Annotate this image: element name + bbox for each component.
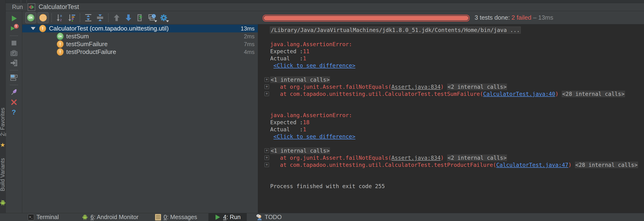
build-variants-label: Build Variants xyxy=(0,158,6,191)
status-duration: – 13ms xyxy=(532,14,554,21)
test-label: testSum xyxy=(66,33,89,40)
fold-expand-icon[interactable]: + xyxy=(264,84,269,89)
console-line: <Click to see difference> xyxy=(270,133,644,140)
mnemonic: 4 xyxy=(223,214,226,220)
test-tree-row-suite[interactable]: CalculatorTest (com.tapadoo.unittesting.… xyxy=(22,24,258,32)
exit-button[interactable] xyxy=(9,58,19,68)
console-text: at org.junit.Assert.failNotEquals( xyxy=(270,84,391,90)
test-duration: 4ms xyxy=(244,49,254,55)
test-label: testSumFailure xyxy=(66,40,108,48)
toolbar-button-todo[interactable]: TODO xyxy=(253,213,285,221)
import-test-results-button[interactable] xyxy=(135,12,146,23)
console-text: ) xyxy=(440,84,444,90)
console-line: +<1 internal calls> xyxy=(270,147,644,154)
show-ignored-toggle[interactable] xyxy=(38,12,48,23)
console-text: 11 xyxy=(303,48,310,54)
label: : Messages xyxy=(167,214,197,220)
pin-tab-button[interactable] xyxy=(9,87,19,97)
svg-text:z: z xyxy=(60,18,62,22)
stack-frame-link[interactable]: CalculatorTest.java:40 xyxy=(483,91,555,97)
fold-expand-icon[interactable]: + xyxy=(264,148,269,153)
next-failed-test-button[interactable] xyxy=(123,12,134,23)
sort-duration-icon xyxy=(68,14,76,22)
android-icon xyxy=(82,214,88,220)
console-line xyxy=(270,98,644,104)
tool-window-bar: >_ Terminal 6: Android Monitor 0: Messag… xyxy=(0,213,644,221)
console-line: /Library/Java/JavaVirtualMachines/jdk1.8… xyxy=(270,26,644,34)
console-output[interactable]: /Library/Java/JavaVirtualMachines/jdk1.8… xyxy=(258,24,644,213)
hide-passed-toggle[interactable]: OK xyxy=(25,12,36,23)
console-text: at com.tapadoo.unittesting.util.Calculat… xyxy=(270,91,483,97)
stack-frame-link[interactable]: Assert.java:834 xyxy=(391,155,440,161)
fold-expand-icon[interactable]: + xyxy=(264,162,269,167)
stripe-button-favorites[interactable]: 2: Favorites xyxy=(0,108,6,136)
sort-alphabetically-button[interactable]: az xyxy=(55,12,65,23)
console-line xyxy=(270,104,644,112)
thread-dump-button[interactable] xyxy=(9,48,19,58)
close-x-icon xyxy=(11,99,17,106)
console-text: <2 internal calls> xyxy=(447,84,507,90)
expand-all-button[interactable] xyxy=(83,12,94,23)
console-line: Actual :1 xyxy=(270,55,644,62)
console-line: Actual :1 xyxy=(270,126,644,133)
separator xyxy=(80,14,80,22)
test-history-button[interactable] xyxy=(147,12,157,23)
expand-triangle-icon[interactable] xyxy=(31,27,36,30)
test-tree: CalculatorTest (com.tapadoo.unittesting.… xyxy=(22,24,258,213)
restore-layout-icon xyxy=(10,74,18,81)
stack-frame-link[interactable]: <Click to see difference> xyxy=(274,62,355,68)
test-progress-bar xyxy=(262,15,470,22)
console-line: java.lang.AssertionError: xyxy=(270,112,644,119)
test-duration: 7ms xyxy=(244,41,254,48)
green-triangle xyxy=(32,5,34,9)
toolbar-button-android-monitor[interactable]: 6: Android Monitor xyxy=(78,213,142,221)
close-button[interactable] xyxy=(9,97,19,107)
window-top-edge xyxy=(6,0,644,3)
test-settings-button[interactable] xyxy=(159,12,169,23)
messages-icon xyxy=(155,214,161,220)
stripe-button-build-variants[interactable]: Build Variants xyxy=(0,158,6,191)
restore-layout-button[interactable] xyxy=(9,73,19,82)
test-status-text: 3 tests done: 2 failed – 13ms xyxy=(474,14,553,21)
console-text xyxy=(558,91,562,97)
status-prefix: 3 tests done: xyxy=(474,14,512,21)
tab-calculatortest[interactable]: CalculatorTest xyxy=(38,3,79,11)
test-tree-row[interactable]: testProductFailure 4ms xyxy=(22,48,258,56)
console-line: <Click to see difference> xyxy=(270,62,644,69)
toolbar-button-messages[interactable]: 0: Messages xyxy=(152,213,200,221)
console-line: Process finished with exit code 255 xyxy=(270,183,644,190)
fold-expand-icon[interactable]: + xyxy=(264,92,269,96)
toolbar-button-run[interactable]: 4: Run xyxy=(208,213,247,221)
console-line: java.lang.AssertionError: xyxy=(270,41,644,48)
console-text: java.lang.AssertionError: xyxy=(270,112,355,118)
todo-icon xyxy=(256,214,262,220)
test-tree-row[interactable]: testSumFailure 7ms xyxy=(22,40,258,48)
rerun-failed-tests-button[interactable]: ! xyxy=(9,24,19,33)
test-tree-row[interactable]: testSum 2ms xyxy=(22,32,258,40)
stack-frame-link[interactable]: CalculatorTest.java:47 xyxy=(496,162,568,168)
console-text: <2 internal calls> xyxy=(447,154,507,161)
console-line xyxy=(270,34,644,41)
help-button[interactable]: ? xyxy=(9,107,19,117)
collapse-all-button[interactable] xyxy=(95,12,105,23)
console-text: ) xyxy=(440,155,444,161)
run-left-toolbar: ! xyxy=(6,11,22,213)
console-text: 1 xyxy=(303,126,306,132)
svg-text:a: a xyxy=(60,14,62,18)
stack-frame-link[interactable]: <Click to see difference> xyxy=(274,134,355,140)
test-suite-label: CalculatorTest (com.tapadoo.unittesting.… xyxy=(49,25,169,32)
sort-by-duration-button[interactable] xyxy=(66,12,77,23)
stack-frame-link[interactable]: Assert.java:834 xyxy=(391,84,440,90)
rerun-button[interactable] xyxy=(9,14,19,24)
console-line: +<1 internal calls> xyxy=(270,76,644,83)
console-text: ) xyxy=(568,162,572,168)
test-failed-icon xyxy=(39,25,46,32)
run-icon xyxy=(214,214,221,220)
console-line: + at org.junit.Assert.failNotEquals(Asse… xyxy=(270,83,644,90)
run-configuration-icon xyxy=(28,3,35,11)
fold-expand-icon[interactable]: + xyxy=(264,156,269,160)
fold-expand-icon[interactable]: + xyxy=(264,77,269,82)
console-text: 1 xyxy=(303,55,306,62)
test-passed-icon xyxy=(57,33,64,40)
toolbar-button-terminal[interactable]: >_ Terminal xyxy=(24,213,62,221)
